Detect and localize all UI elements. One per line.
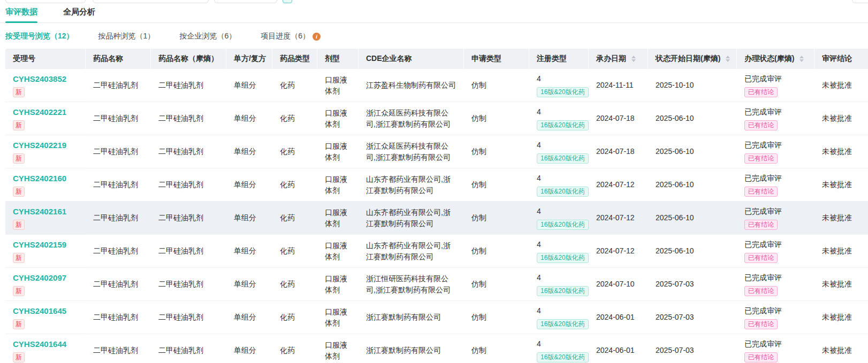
- info-icon[interactable]: i: [313, 33, 321, 41]
- view-subtabs: 按受理号浏览（12）按品种浏览（1）按企业浏览（6）项目进度（6）i: [0, 23, 868, 49]
- cell-reg-type: 416版&20版化药: [529, 102, 589, 135]
- cell-status-date: 2025-06-10: [648, 135, 737, 168]
- caret-down-icon: [726, 59, 730, 62]
- cell-drug-type: 化药: [272, 69, 317, 102]
- cell-cde-company: 山东齐都药业有限公司,浙江赛默制药有限公司: [359, 168, 464, 202]
- reg-type-value: 4: [537, 272, 581, 283]
- cell-dosage-form: 口服液体剂: [317, 135, 359, 168]
- cell-mono-combo: 单组分: [226, 202, 272, 235]
- cell-drug-name: 二甲硅油乳剂: [86, 69, 151, 102]
- handle-status-text: 已完成审评: [744, 239, 807, 250]
- sort-icon[interactable]: [631, 56, 636, 62]
- cell-acceptance-no: CYHS2402221新: [5, 102, 86, 135]
- cell-start-date: 2024-07-12: [589, 235, 648, 268]
- cell-cde-company: 浙江恒研医药科技有限公司,浙江赛默制药有限公司: [359, 268, 464, 301]
- handle-status-text: 已完成审评: [744, 338, 807, 350]
- col-header-3: 单方/复方: [226, 49, 272, 69]
- filter-input-2[interactable]: [93, 0, 209, 3]
- cell-mono-combo: 单组分: [226, 102, 272, 135]
- cell-review-conclusion: 未被批准: [814, 202, 868, 235]
- filter-input-3[interactable]: [214, 0, 277, 3]
- cell-dosage-form: 口服液体剂: [317, 268, 359, 301]
- cell-reg-type: 416版&20版化药: [529, 268, 589, 301]
- cell-drug-type: 化药: [272, 235, 317, 268]
- cell-drug-name: 二甲硅油乳剂: [86, 168, 151, 202]
- cell-dosage-form: 口服液体剂: [317, 235, 359, 268]
- cell-start-date: 2024-07-18: [589, 135, 648, 168]
- subtab-3[interactable]: 项目进度（6）i: [261, 32, 321, 41]
- cell-review-conclusion: 未被批准: [814, 301, 868, 334]
- handle-status-text: 已完成审评: [744, 106, 807, 118]
- table-row: CYHS2402221新二甲硅油乳剂二甲硅油乳剂单组分化药口服液体剂浙江众延医药…: [5, 102, 868, 135]
- col-header-4: 药品类型: [272, 49, 317, 69]
- handle-status-text: 已完成审评: [744, 305, 807, 316]
- reg-type-badge: 16版&20版化药: [537, 187, 589, 197]
- cell-drug-type: 化药: [272, 268, 317, 301]
- cell-cde-company: 浙江众延医药科技有限公司,浙江赛默制药有限公司: [359, 102, 464, 135]
- reg-type-badge: 16版&20版化药: [537, 286, 589, 296]
- acceptance-no-link[interactable]: CYHS2402097: [13, 272, 78, 283]
- subtab-0[interactable]: 按受理号浏览（12）: [5, 32, 74, 41]
- col-header-label: 审评结论: [822, 54, 852, 64]
- acceptance-no-link[interactable]: CYHS2403852: [13, 73, 78, 84]
- col-header-9: 承办日期: [589, 49, 648, 69]
- filter-input-1[interactable]: [5, 0, 86, 3]
- reg-type-value: 4: [537, 239, 581, 250]
- cell-mono-combo: 单组分: [226, 235, 272, 268]
- col-header-11: 办理状态(摩熵): [737, 49, 814, 69]
- col-header-5: 剂型: [317, 49, 359, 69]
- conclusion-badge: 已有结论: [744, 319, 778, 329]
- acceptance-no-link[interactable]: CYHS2402159: [13, 239, 78, 250]
- filter-search-button[interactable]: [283, 0, 292, 3]
- cell-drug-name: 二甲硅油乳剂: [86, 334, 151, 363]
- tab-global-analysis[interactable]: 全局分析: [63, 7, 95, 22]
- acceptance-no-link[interactable]: CYHS2402219: [13, 140, 78, 151]
- cell-mono-combo: 单组分: [226, 69, 272, 102]
- sort-icon[interactable]: [726, 56, 730, 62]
- cell-handle-status: 已完成审评已有结论: [737, 235, 814, 268]
- review-data-table-wrap: 受理号药品名称药品名称（摩熵）单方/复方药品类型剂型CDE企业名称申请类型注册类…: [0, 49, 868, 363]
- reg-type-badge: 16版&20版化药: [537, 220, 589, 230]
- cell-drug-name-mohuan: 二甲硅油乳剂: [151, 168, 226, 202]
- cell-start-date: 2024-06-01: [589, 301, 648, 334]
- subtab-label: 按品种浏览（1）: [98, 32, 155, 41]
- reg-type-badge: 16版&20版化药: [537, 120, 589, 130]
- table-row: CYHS2402097新二甲硅油乳剂二甲硅油乳剂单组分化药口服液体剂浙江恒研医药…: [5, 268, 868, 301]
- cell-handle-status: 已完成审评已有结论: [737, 202, 814, 235]
- conclusion-badge: 已有结论: [744, 220, 778, 230]
- subtab-label: 按企业浏览（6）: [179, 32, 236, 41]
- reg-type-badge: 16版&20版化药: [537, 319, 589, 329]
- filter-strip: [0, 0, 868, 4]
- new-badge: 新: [13, 187, 25, 197]
- sort-icon[interactable]: [800, 56, 804, 62]
- acceptance-no-link[interactable]: CYHS2402221: [13, 106, 78, 118]
- acceptance-no-link[interactable]: CYHS2402161: [13, 206, 78, 217]
- cell-cde-company: 江苏盈科生物制药有限公司: [359, 69, 464, 102]
- filter-input-right[interactable]: [852, 0, 868, 3]
- acceptance-no-link[interactable]: CYHS2401644: [13, 338, 78, 350]
- cell-mono-combo: 单组分: [226, 268, 272, 301]
- cell-drug-type: 化药: [272, 334, 317, 363]
- col-header-label: 剂型: [325, 54, 340, 64]
- subtab-label: 按受理号浏览（12）: [5, 32, 74, 41]
- col-header-label: 单方/复方: [234, 54, 266, 64]
- cell-reg-type: 416版&20版化药: [529, 334, 589, 363]
- subtab-2[interactable]: 按企业浏览（6）: [179, 32, 236, 41]
- cell-reg-type: 416版&20版化药: [529, 202, 589, 235]
- acceptance-no-link[interactable]: CYHS2402160: [13, 173, 78, 184]
- cell-review-conclusion: 未被批准: [814, 334, 868, 363]
- cell-cde-company: 浙江众延医药科技有限公司,浙江赛默制药有限公司: [359, 135, 464, 168]
- cell-acceptance-no: CYHS2402159新: [5, 235, 86, 268]
- cell-drug-type: 化药: [272, 135, 317, 168]
- cell-apply-type: 仿制: [464, 168, 529, 202]
- cell-drug-name: 二甲硅油乳剂: [86, 202, 151, 235]
- tab-review-data[interactable]: 审评数据: [5, 7, 37, 22]
- reg-type-badge: 16版&20版化药: [537, 87, 589, 97]
- cell-status-date: 2025-06-10: [648, 168, 737, 202]
- cell-reg-type: 416版&20版化药: [529, 235, 589, 268]
- cell-drug-name-mohuan: 二甲硅油乳剂: [151, 69, 226, 102]
- acceptance-no-link[interactable]: CYHS2401645: [13, 305, 78, 316]
- col-header-label: 状态开始日期(摩熵): [656, 54, 720, 64]
- subtab-1[interactable]: 按品种浏览（1）: [98, 32, 155, 41]
- table-row: CYHS2402159新二甲硅油乳剂二甲硅油乳剂单组分化药口服液体剂山东齐都药业…: [5, 235, 868, 268]
